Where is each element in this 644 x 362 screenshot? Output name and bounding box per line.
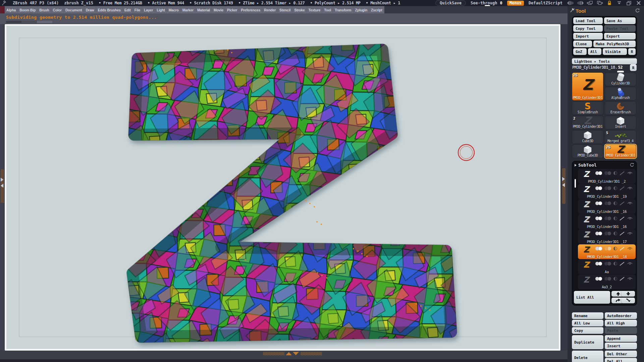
- subtool-row[interactable]: Aa3_2: [578, 275, 636, 289]
- menu-zplugin[interactable]: Zplugin: [354, 6, 369, 13]
- lock-icon[interactable]: [606, 1, 613, 5]
- import-button[interactable]: Import: [573, 33, 603, 40]
- tool-thumb-cube3d[interactable]: Cube3D: [572, 130, 603, 144]
- subtool-row[interactable]: PM3D_Cylinder3D1 _16: [578, 214, 636, 229]
- all-button[interactable]: All: [588, 48, 601, 55]
- bottom-tray-close-icon[interactable]: [293, 352, 299, 355]
- visibility-icon[interactable]: [595, 186, 599, 190]
- subtool-row-selected[interactable]: PM3D_Cylinder3D1 _18: [578, 244, 636, 259]
- menu-boom-bip[interactable]: Boom Bip: [18, 6, 37, 13]
- visibility-icon[interactable]: [595, 247, 599, 250]
- cycle-ui-right-icon[interactable]: [596, 1, 603, 5]
- partial-visibility-icon[interactable]: [604, 201, 608, 205]
- rename-button[interactable]: Rename: [572, 312, 603, 319]
- tool-thumb-pm3d-cylinder3d1-current[interactable]: 26 PM3D_Cylinder3D1: [572, 72, 603, 101]
- active-tool-name[interactable]: PM3D_Cylinder3D1_18. 52: [572, 65, 623, 70]
- tool-thumb-eraserbrush[interactable]: EraserBrush: [605, 101, 636, 115]
- polypaint-brush-icon[interactable]: [620, 261, 625, 266]
- load-tool-button[interactable]: Load Tool: [573, 17, 603, 24]
- menu-layer[interactable]: Layer: [142, 6, 155, 13]
- menu-brush[interactable]: Brush: [38, 6, 51, 13]
- polypaint-brush-icon[interactable]: [620, 231, 625, 236]
- partial-visibility-icon[interactable]: [604, 262, 608, 265]
- partial-visibility-icon[interactable]: [604, 171, 608, 175]
- subtool-refresh-icon[interactable]: [630, 162, 634, 169]
- collapse-right-tray-icon[interactable]: [577, 1, 584, 5]
- menus-button[interactable]: Menus: [507, 1, 524, 6]
- visibility-icon[interactable]: [595, 232, 599, 235]
- subtool-demote-button[interactable]: [622, 298, 635, 303]
- canvas-viewport[interactable]: [6, 26, 559, 349]
- copy-button[interactable]: Copy: [572, 327, 603, 334]
- subtool-row[interactable]: PM3D_Cylinder3D1 _17: [578, 229, 636, 244]
- subtool-row[interactable]: PM3D_Cylinder3D1 _2: [578, 169, 636, 184]
- eye-icon[interactable]: [627, 232, 633, 235]
- goz-r-button[interactable]: R: [628, 48, 636, 55]
- menu-preferences[interactable]: Preferences: [239, 6, 262, 13]
- menu-light[interactable]: Light: [155, 6, 167, 13]
- menu-picker[interactable]: Picker: [225, 6, 239, 13]
- eye-icon[interactable]: [627, 171, 633, 175]
- menu-file[interactable]: File: [133, 6, 142, 13]
- del-other-button[interactable]: Del Other: [605, 351, 637, 357]
- default-zscript-button[interactable]: DefaultZScript: [529, 1, 562, 5]
- list-all-button[interactable]: List All: [574, 291, 610, 304]
- contrast-icon[interactable]: [613, 201, 617, 205]
- lightbox-tools-button[interactable]: Lightbox ▸ Tools: [572, 58, 637, 64]
- partial-visibility-icon[interactable]: [604, 186, 608, 190]
- visibility-icon[interactable]: [595, 262, 599, 265]
- polypaint-brush-icon[interactable]: [620, 201, 625, 205]
- right-tray-open-icon[interactable]: [562, 183, 565, 187]
- menu-transform[interactable]: Transform: [333, 6, 353, 13]
- cycle-ui-left-icon[interactable]: [587, 1, 593, 5]
- menu-edds-brushes[interactable]: Edds Brushes: [96, 6, 122, 13]
- tool-r-button[interactable]: R: [630, 64, 637, 71]
- polypaint-brush-icon[interactable]: [620, 277, 625, 281]
- quicksave-button[interactable]: QuickSave: [435, 0, 466, 6]
- see-through-slider[interactable]: See-through 0: [471, 1, 502, 5]
- visible-button[interactable]: Visible: [603, 48, 627, 55]
- tool-thumb-insert[interactable]: Insert: [605, 116, 636, 129]
- partial-visibility-icon[interactable]: [604, 277, 608, 281]
- autoreorder-button[interactable]: AutoReorder: [605, 312, 637, 319]
- menu-tool[interactable]: Tool: [322, 6, 333, 13]
- contrast-icon[interactable]: [613, 217, 617, 220]
- menu-alpha[interactable]: Alpha: [5, 6, 17, 13]
- menu-edit[interactable]: Edit: [123, 6, 132, 13]
- tool-thumb-merged-graf[interactable]: 5 Merged_graf3_4: [605, 130, 636, 144]
- tool-thumb-simplebrush[interactable]: SimpleBrush: [572, 101, 603, 115]
- subtool-down-button[interactable]: [622, 291, 635, 297]
- tool-thumb-alphabrush[interactable]: AlphaBrush: [605, 87, 636, 101]
- partial-visibility-icon[interactable]: [604, 247, 608, 250]
- subtool-row[interactable]: PM3D_Cylinder3D1 _16: [578, 199, 636, 214]
- contrast-icon[interactable]: [613, 247, 617, 250]
- all-low-button[interactable]: All Low: [572, 320, 603, 326]
- collapse-left-tray-icon[interactable]: [567, 1, 574, 5]
- subtool-header[interactable]: SubTool: [575, 163, 597, 168]
- eye-icon[interactable]: [627, 217, 633, 220]
- partial-visibility-icon[interactable]: [604, 217, 608, 220]
- paste-button[interactable]: Paste: [605, 327, 637, 334]
- contrast-icon[interactable]: [613, 232, 617, 235]
- close-icon[interactable]: [635, 1, 642, 5]
- menu-render[interactable]: Render: [262, 6, 277, 13]
- delete-button[interactable]: Delete: [572, 351, 603, 362]
- menu-movie[interactable]: Movie: [212, 6, 225, 13]
- goz-button[interactable]: GoZ: [573, 48, 587, 55]
- right-tray-close-icon[interactable]: [562, 177, 565, 181]
- bottom-divider-left[interactable]: [263, 352, 284, 355]
- polypaint-brush-icon[interactable]: [620, 246, 625, 251]
- eye-icon[interactable]: [627, 186, 633, 190]
- bottom-divider-right[interactable]: [301, 352, 322, 355]
- save-as-button[interactable]: Save As: [604, 17, 636, 24]
- clone-button[interactable]: Clone: [573, 41, 592, 47]
- paste-tool-button[interactable]: Paste Tool: [604, 25, 636, 32]
- contrast-icon[interactable]: [613, 277, 617, 281]
- contrast-icon[interactable]: [613, 262, 617, 265]
- visibility-icon[interactable]: [595, 217, 599, 220]
- polypaint-brush-icon[interactable]: [620, 216, 625, 221]
- polypaint-brush-icon[interactable]: [620, 171, 625, 175]
- eye-icon[interactable]: [627, 262, 633, 265]
- menu-stroke[interactable]: Stroke: [292, 6, 306, 13]
- subtool-row[interactable]: Aa: [578, 259, 636, 274]
